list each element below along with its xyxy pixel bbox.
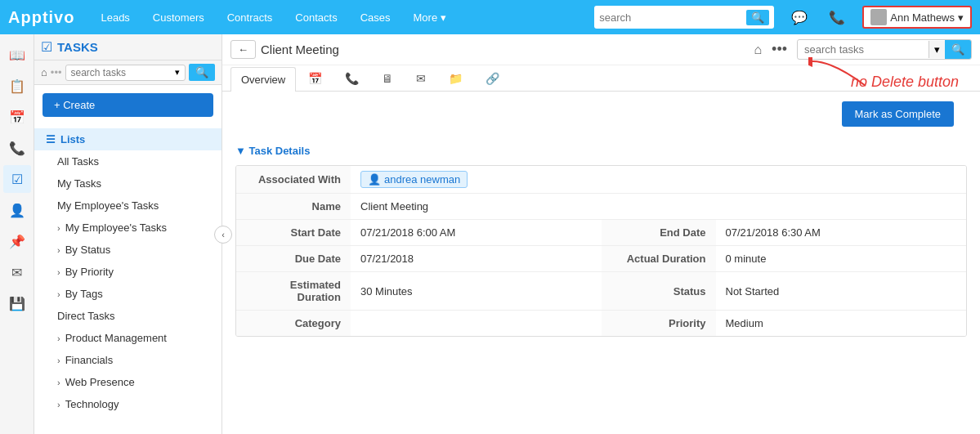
nav-contacts[interactable]: Contacts: [290, 8, 342, 27]
employee-tasks-label: My Employee's Tasks: [57, 199, 159, 212]
chevron-by-priority: ›: [57, 267, 60, 277]
icon-bar: 📖 📋 📅 📞 ☑ 👤 📌 ✉ 💾: [0, 34, 34, 434]
nav-cases[interactable]: Cases: [356, 8, 396, 27]
chevron-product-mgmt: ›: [57, 333, 60, 343]
tab-calendar[interactable]: 📅: [298, 65, 333, 91]
start-date-value: 07/21/2018 6:00 AM: [360, 226, 455, 239]
sidebar-item-by-tags[interactable]: › By Tags: [34, 283, 222, 305]
iconbar-phone[interactable]: 📞: [3, 134, 31, 162]
app-logo: Apptivo: [8, 8, 74, 27]
financials-label: Financials: [65, 354, 114, 366]
sidebar: ☑ TASKS ⌂ ••• ▾ 🔍 + Create ☰ Lists: [34, 34, 222, 434]
messages-icon-btn[interactable]: 💬: [787, 8, 812, 27]
name-row: Name Client Meeting: [236, 194, 966, 220]
global-search-bar: 🔍: [594, 6, 774, 29]
sidebar-lists-label: Lists: [60, 133, 85, 145]
search-go-button[interactable]: 🔍: [945, 40, 971, 59]
sidebar-item-by-priority[interactable]: › By Priority: [34, 261, 222, 283]
sidebar-item-my-tasks[interactable]: My Tasks: [34, 172, 222, 195]
dots-menu[interactable]: •••: [767, 41, 792, 58]
end-date-value-cell: 07/21/2018 6:30 AM: [716, 220, 967, 245]
user-menu-button[interactable]: Ann Mathews ▾: [862, 6, 972, 29]
tab-link[interactable]: 🔗: [475, 65, 510, 91]
content-search-bar: ▾ 🔍: [797, 39, 972, 60]
phone-icon-btn[interactable]: 📞: [825, 8, 849, 27]
by-completed-label: My Employee's Tasks: [65, 221, 167, 234]
associated-with-tag[interactable]: 👤 andrea newman: [360, 171, 468, 188]
sidebar-collapse-button[interactable]: ‹: [214, 226, 232, 244]
tab-overview[interactable]: Overview: [230, 67, 296, 92]
date-row: Start Date 07/21/2018 6:00 AM End Date 0…: [236, 220, 966, 246]
sidebar-search-dropdown[interactable]: ▾: [175, 67, 180, 78]
sidebar-item-financials[interactable]: › Financials: [34, 349, 222, 371]
sidebar-item-by-status[interactable]: › By Status: [34, 239, 222, 261]
by-tags-label: By Tags: [65, 288, 103, 300]
sidebar-search-button[interactable]: 🔍: [189, 64, 215, 81]
no-delete-message: no Delete button: [838, 67, 972, 96]
search-dropdown-button[interactable]: ▾: [929, 41, 945, 58]
iconbar-pin[interactable]: 📌: [3, 227, 31, 255]
sidebar-item-employee-tasks[interactable]: My Employee's Tasks: [34, 195, 222, 217]
sidebar-item-direct-tasks[interactable]: Direct Tasks: [34, 305, 222, 327]
nav-leads[interactable]: Leads: [96, 8, 134, 27]
home-icon-sidebar[interactable]: ⌂: [41, 66, 47, 78]
nav-more[interactable]: More ▾: [409, 8, 451, 27]
mark-complete-button[interactable]: Mark as Complete: [842, 101, 954, 127]
sidebar-item-technology[interactable]: › Technology: [34, 393, 222, 415]
content-search-input[interactable]: [798, 41, 929, 58]
sidebar-item-product-mgmt[interactable]: › Product Management: [34, 327, 222, 349]
iconbar-book[interactable]: 📖: [3, 41, 31, 69]
product-mgmt-label: Product Management: [65, 332, 167, 344]
actual-duration-label-cell: Actual Duration: [602, 246, 716, 271]
end-date-label-cell: End Date: [602, 220, 716, 245]
start-date-value-cell: 07/21/2018 6:00 AM: [351, 220, 602, 245]
tab-folder[interactable]: 📁: [438, 65, 473, 91]
end-date-value: 07/21/2018 6:30 AM: [726, 226, 821, 239]
task-details-label: ▼ Task Details: [235, 145, 310, 157]
status-value-cell: Not Started: [716, 272, 967, 310]
sidebar-item-web-presence[interactable]: › Web Presence: [34, 371, 222, 393]
user-name-label: Ann Mathews: [890, 11, 955, 24]
associated-with-label-cell: Associated With: [236, 166, 351, 193]
actual-duration-value: 0 minute: [726, 253, 767, 265]
sidebar-item-all-tasks[interactable]: All Tasks: [34, 150, 222, 172]
start-date-label-cell: Start Date: [236, 220, 351, 245]
nav-customers[interactable]: Customers: [148, 8, 209, 27]
actual-duration-label: Actual Duration: [627, 253, 706, 265]
chevron-by-tags: ›: [57, 289, 60, 299]
iconbar-save[interactable]: 💾: [3, 289, 31, 317]
task-details-header[interactable]: ▼ Task Details: [222, 136, 980, 165]
sidebar-search-input[interactable]: [71, 67, 175, 78]
sidebar-item-by-completed[interactable]: › My Employee's Tasks: [34, 217, 222, 239]
task-details-table: Associated With 👤 andrea newman Name: [235, 165, 967, 337]
start-date-label: Start Date: [291, 226, 341, 239]
iconbar-mail[interactable]: ✉: [3, 258, 31, 286]
status-label: Status: [673, 285, 706, 298]
global-search-input[interactable]: [599, 11, 746, 24]
associated-with-row: Associated With 👤 andrea newman: [236, 166, 966, 194]
tab-email-icon: ✉: [416, 72, 426, 85]
sidebar-item-lists[interactable]: ☰ Lists: [34, 128, 222, 150]
estimated-duration-value: 30 Minutes: [360, 285, 413, 298]
status-value: Not Started: [726, 285, 780, 298]
nav-contracts[interactable]: Contracts: [222, 8, 278, 27]
priority-label-cell: Priority: [602, 311, 716, 336]
tab-phone[interactable]: 📞: [334, 65, 369, 91]
main-layout: 📖 📋 📅 📞 ☑ 👤 📌 ✉ 💾 ☑ TASKS ⌂ ••• ▾: [0, 34, 980, 434]
category-priority-row: Category Priority Medium: [236, 311, 966, 336]
global-search-button[interactable]: 🔍: [746, 10, 769, 25]
my-tasks-label: My Tasks: [57, 177, 101, 190]
iconbar-tasks[interactable]: ☑: [3, 165, 31, 193]
tab-email[interactable]: ✉: [405, 65, 436, 91]
tab-screen[interactable]: 🖥: [371, 65, 404, 91]
sidebar-wrapper: ☑ TASKS ⌂ ••• ▾ 🔍 + Create ☰ Lists: [34, 34, 222, 434]
iconbar-list[interactable]: 📋: [3, 72, 31, 100]
home-icon-top[interactable]: ⌂: [754, 43, 762, 57]
create-button[interactable]: + Create: [43, 93, 213, 117]
iconbar-user[interactable]: 👤: [3, 196, 31, 224]
iconbar-calendar[interactable]: 📅: [3, 103, 31, 131]
tab-phone-icon: 📞: [345, 72, 359, 85]
direct-tasks-label: Direct Tasks: [57, 310, 115, 322]
technology-label: Technology: [65, 398, 119, 410]
back-button[interactable]: ←: [230, 40, 256, 59]
